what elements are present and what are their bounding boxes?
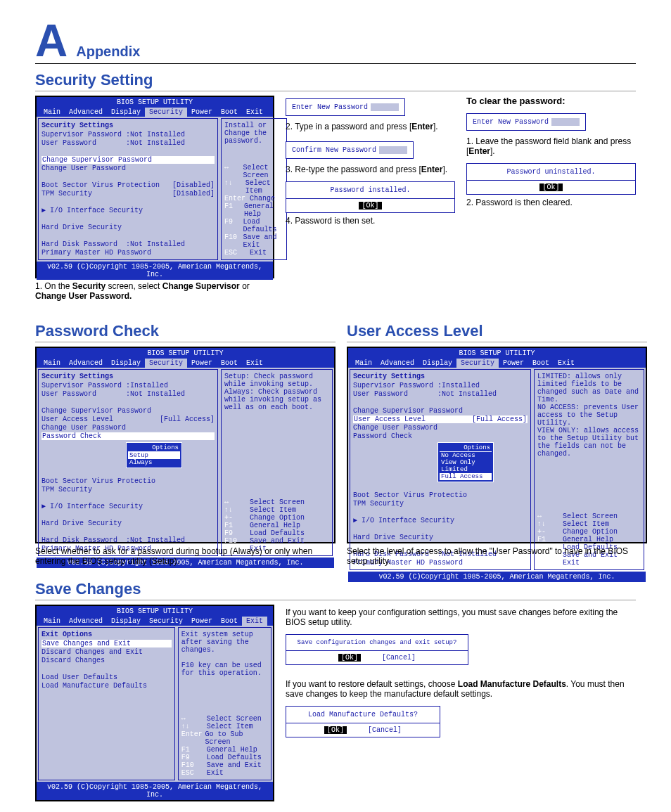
bios-menu-item[interactable]: Main — [39, 108, 65, 117]
bios-item[interactable]: Hard Drive Security — [41, 224, 215, 231]
bios-item[interactable]: Boot Sector Virus Protectio — [353, 491, 528, 499]
bios-pane-heading: Exit Options — [41, 631, 172, 638]
bios-menu-item[interactable]: Advanced — [65, 617, 107, 626]
key-name: F1 — [181, 746, 207, 754]
popup-option[interactable]: Always — [128, 459, 180, 466]
bios-item — [353, 525, 528, 533]
bios-menu-item[interactable]: Boot — [217, 359, 242, 368]
bios-item[interactable]: Discard Changes and Exit — [41, 648, 172, 656]
ok-button[interactable]: [Ok] — [338, 654, 361, 662]
bios-menu: MainAdvancedDisplaySecurityPowerBootExit — [348, 359, 646, 368]
bios-item[interactable]: Load Manufacture Defaults — [41, 682, 172, 690]
clear-step-2: 2. Password is then cleared. — [466, 198, 636, 207]
bios-menu-item[interactable]: Display — [107, 359, 145, 368]
bios-right-pane: Install or Change the password.↔Select S… — [221, 118, 287, 260]
save-text-2: If you want to restore default settings,… — [286, 679, 636, 699]
bios-menu-item[interactable]: Advanced — [65, 108, 107, 117]
key-name: ↔ — [224, 164, 243, 179]
bios-menu-item[interactable]: Security — [145, 617, 187, 626]
appendix-letter: A — [35, 21, 68, 62]
key-action: General Help — [244, 202, 283, 218]
bios-menu-item[interactable]: Security — [145, 108, 187, 117]
popup-option[interactable]: Full Access — [440, 473, 492, 480]
bios-item[interactable]: User Access Level [Full Access] — [41, 415, 215, 423]
ok-button[interactable]: [Ok] — [324, 726, 347, 734]
bios-menu-item[interactable]: Security — [456, 359, 499, 368]
bios-item[interactable]: User Access Level [Full Access] — [353, 415, 528, 423]
bios-menu-item[interactable]: Exit — [242, 359, 267, 368]
popup-option[interactable]: Limited — [440, 466, 492, 473]
bios-menu-item[interactable]: Advanced — [376, 359, 418, 368]
bios-item — [41, 528, 215, 536]
bios-item[interactable]: Hard Drive Security — [41, 520, 215, 527]
bios-item[interactable]: Boot Sector Virus Protection [Disabled] — [41, 181, 215, 189]
bios-item[interactable]: Password Check — [353, 432, 528, 440]
cancel-button[interactable]: [Cancel] — [382, 654, 416, 662]
bios-menu-item[interactable]: Advanced — [65, 359, 107, 368]
ok-button[interactable]: [Ok] — [359, 202, 381, 210]
bios-menu-item[interactable]: Exit — [554, 359, 579, 368]
bios-title: BIOS SETUP UTILITY — [37, 97, 273, 108]
bios-item[interactable]: Supervisor Password :Installed — [41, 382, 215, 389]
bios-item[interactable]: Change Supervisor Password — [353, 407, 528, 415]
bios-menu-item[interactable]: Exit — [242, 108, 267, 117]
bios-item[interactable]: User Password :Not Installed — [41, 390, 215, 398]
popup-option[interactable]: Setup — [128, 452, 180, 459]
bios-menu-item[interactable]: Exit — [242, 617, 267, 626]
bios-menu-item[interactable]: Main — [351, 359, 376, 368]
step-1: 1. On the Security screen, select Change… — [35, 281, 274, 301]
bios-item[interactable]: ► I/O Interface Security — [41, 503, 215, 510]
bios-menu-item[interactable]: Power — [187, 108, 217, 117]
key-action: Select Screen — [250, 498, 305, 506]
bios-item[interactable]: Change Supervisor Password — [41, 156, 215, 164]
bios-menu-item[interactable]: Display — [107, 108, 145, 117]
bios-item[interactable]: Change User Password — [41, 424, 215, 432]
ok-button[interactable]: [Ok] — [539, 183, 562, 191]
bios-menu-item[interactable]: Display — [107, 617, 145, 626]
bios-menu-item[interactable]: Main — [39, 617, 65, 626]
bios-item[interactable]: Hard Drive Security — [353, 534, 528, 541]
bios-left-pane: Exit Options Save Changes and ExitDiscar… — [38, 627, 175, 780]
bios-item[interactable]: TPM Security — [41, 486, 215, 494]
key-action: Load Defaults — [207, 754, 262, 761]
bios-item[interactable]: User Password :Not Installed — [353, 390, 528, 398]
bios-menu-item[interactable]: Boot — [528, 359, 554, 368]
bios-item[interactable]: Supervisor Password :Not Installed — [41, 131, 215, 138]
bios-item — [41, 232, 215, 240]
bios-menu-item[interactable]: Boot — [217, 617, 242, 626]
bios-item[interactable]: TPM Security [Disabled] — [41, 190, 215, 198]
enter-new-password-dialog: Enter New Password**** — [286, 98, 405, 116]
bios-item[interactable]: Change User Password — [41, 165, 215, 172]
bios-item[interactable]: Hard Disk Password :Not Installed — [41, 536, 215, 544]
key-name: ↑↓ — [224, 506, 250, 514]
bios-item[interactable]: Hard Disk Password :Not Installed — [41, 240, 215, 248]
bios-item[interactable]: TPM Security — [353, 500, 528, 508]
bios-item[interactable]: Supervisor Password :Installed — [353, 382, 528, 389]
bios-item[interactable]: User Password :Not Installed — [41, 139, 215, 147]
bios-item[interactable]: Primary Master HD Password — [41, 249, 215, 257]
bios-menu-item[interactable]: Main — [39, 359, 65, 368]
bios-menu-item[interactable]: Display — [418, 359, 456, 368]
bios-menu-item[interactable]: Power — [187, 617, 217, 626]
bios-menu-item[interactable]: Security — [145, 359, 187, 368]
key-action: Select Item — [563, 520, 609, 528]
key-action: Select Screen — [563, 513, 618, 520]
bios-item[interactable]: Boot Sector Virus Protectio — [41, 477, 215, 485]
bios-item[interactable]: ► I/O Interface Security — [41, 207, 215, 214]
bios-item[interactable]: Change User Password — [353, 424, 528, 432]
cancel-button[interactable]: [Cancel] — [368, 726, 402, 734]
bios-menu-item[interactable]: Power — [187, 359, 217, 368]
popup-option[interactable]: View Only — [440, 459, 492, 466]
bios-item[interactable]: Change Supervisor Password — [41, 407, 215, 415]
bios-item[interactable]: Password Check — [41, 432, 215, 440]
popup-option[interactable]: No Access — [440, 452, 492, 459]
bios-menu-item[interactable]: Boot — [217, 108, 242, 117]
bios-menu-item[interactable]: Power — [499, 359, 528, 368]
bios-item[interactable]: Save Changes and Exit — [41, 640, 172, 647]
bios-item[interactable]: Load User Defaults — [41, 674, 172, 681]
bios-help-text: Setup: Check password while invoking set… — [224, 373, 329, 411]
bios-item[interactable]: Discard Changes — [41, 657, 172, 664]
key-name: F9 — [224, 218, 243, 233]
bios-item — [41, 173, 215, 181]
bios-item[interactable]: ► I/O Interface Security — [353, 517, 528, 524]
